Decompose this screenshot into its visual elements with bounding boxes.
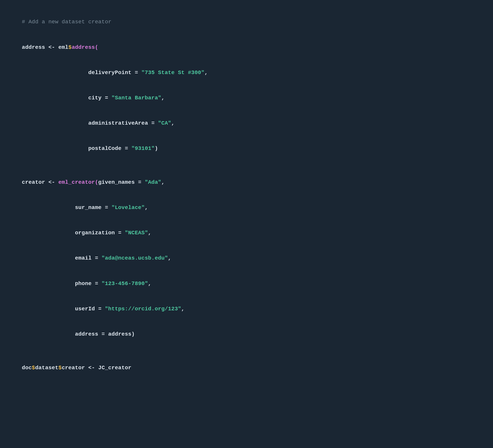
address-var: address [22, 44, 45, 50]
phone-param: phone [75, 280, 91, 287]
code-block: # Add a new dataset creator address <- e… [9, 9, 238, 381]
organization-param: organization [75, 230, 115, 236]
city-line: city = "Santa Barbara", [9, 85, 238, 111]
dollar2: $ [32, 365, 35, 371]
indent4 [22, 146, 88, 151]
given-names-param: given_names [98, 179, 135, 185]
eq7: = [115, 230, 125, 236]
comma7: , [168, 255, 171, 261]
indent1 [22, 70, 88, 76]
creator-var2: creator [62, 365, 85, 371]
email-value: "ada@nceas.ucsb.edu" [101, 255, 168, 261]
eq6: = [101, 204, 112, 211]
city-value: "Santa Barbara" [112, 95, 161, 101]
eq9: = [91, 280, 101, 287]
dollar3: $ [58, 365, 62, 371]
eq4: = [122, 146, 131, 151]
admin-area-line: administrativeArea = "CA", [9, 111, 238, 136]
comment-text: # Add a new dataset creator [22, 19, 112, 25]
phone-value: "123-456-7890" [101, 280, 148, 287]
comma6: , [148, 230, 151, 236]
address-declaration-line: address <- eml$address( [9, 35, 238, 60]
comma2: , [161, 95, 165, 101]
indent3 [22, 120, 88, 126]
close-paren1: ) [155, 146, 158, 151]
userid-param: userId [75, 306, 95, 312]
eq3: = [148, 120, 158, 126]
phone-line: phone = "123-456-7890", [9, 271, 238, 296]
postal-code-param: postalCode [88, 146, 122, 151]
indent5 [22, 204, 75, 211]
jc-creator-value: JC_creator [98, 365, 131, 371]
indent8 [22, 280, 75, 287]
delivery-point-line: deliveryPoint = "735 State St #300", [9, 60, 238, 85]
arrow2: <- [45, 179, 58, 185]
address-param-value: address [108, 331, 132, 337]
arrow1: <- [45, 44, 58, 50]
delivery-point-value: "735 State St #300" [141, 70, 204, 76]
comma1: , [204, 70, 208, 76]
eq2: = [101, 95, 112, 101]
creator-declaration-line: creator <- eml_creator(given_names = "Ad… [9, 169, 238, 195]
postal-code-line: postalCode = "93101") [9, 136, 238, 161]
sur-name-line: sur_name = "Lovelace", [9, 195, 238, 220]
sur-name-value: "Lovelace" [112, 204, 145, 211]
comma5: , [145, 204, 148, 211]
email-line: email = "ada@nceas.ucsb.edu", [9, 246, 238, 271]
organization-value: "NCEAS" [125, 230, 148, 236]
indent6 [22, 230, 75, 236]
organization-line: organization = "NCEAS", [9, 220, 238, 246]
doc-var: doc [22, 365, 32, 371]
comment-line: # Add a new dataset creator [9, 9, 238, 35]
sur-name-param: sur_name [75, 204, 102, 211]
admin-area-param: administrativeArea [88, 120, 148, 126]
email-param: email [75, 255, 91, 261]
indent10 [22, 331, 75, 337]
eq11: = [98, 331, 108, 337]
city-param: city [88, 95, 101, 101]
eq10: = [95, 306, 105, 312]
comma8: , [148, 280, 151, 287]
close-paren2: ) [131, 331, 135, 337]
dollar1: $ [68, 44, 72, 50]
indent7 [22, 255, 75, 261]
creator-var: creator [22, 179, 45, 185]
blank1 [9, 161, 238, 169]
eml-prefix: eml [58, 44, 68, 50]
userid-value: "https://orcid.org/123" [105, 306, 181, 312]
doc-dataset-creator-line: doc$dataset$creator <- JC_creator [9, 355, 238, 381]
blank2 [9, 347, 238, 355]
given-names-value: "Ada" [145, 179, 161, 185]
delivery-point-param: deliveryPoint [88, 70, 131, 76]
indent2 [22, 95, 88, 101]
indent9 [22, 306, 75, 312]
eq1: = [131, 70, 141, 76]
address-param-line: address = address) [9, 321, 238, 347]
eq8: = [91, 255, 101, 261]
admin-area-value: "CA" [158, 120, 171, 126]
eml-creator-func: eml_creator( [58, 179, 98, 185]
address-param-name: address [75, 331, 98, 337]
dataset-var: dataset [35, 365, 58, 371]
postal-code-value: "93101" [131, 146, 155, 151]
comma3: , [171, 120, 175, 126]
arrow3: <- [85, 365, 98, 371]
eq5: = [135, 179, 145, 185]
comma9: , [181, 306, 184, 312]
comma4: , [161, 179, 165, 185]
address-func: address( [72, 44, 98, 50]
userid-line: userId = "https://orcid.org/123", [9, 296, 238, 321]
